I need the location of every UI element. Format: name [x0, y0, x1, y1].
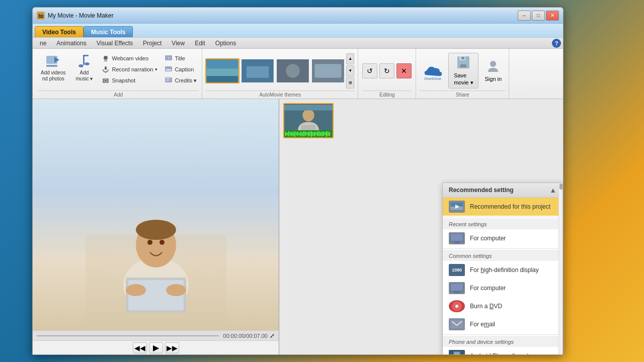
svg-point-35 [490, 61, 496, 67]
divider-2 [443, 248, 562, 249]
add-small-buttons: Webcam video Record narration ▾ [100, 51, 159, 88]
menu-options[interactable]: Options [210, 39, 241, 48]
delete-button[interactable]: ✕ [396, 63, 412, 78]
rotate-left-button[interactable]: ↺ [362, 63, 377, 78]
snapshot-button[interactable]: Snapshot [100, 75, 159, 86]
snapshot-label: Snapshot [112, 77, 135, 83]
current-time: 00:00:00/00:07.00 [223, 333, 268, 339]
svg-point-44 [126, 284, 146, 296]
dropdown-item-computer[interactable]: For computer [443, 279, 562, 297]
svg-rect-2 [46, 65, 57, 67]
svg-rect-9 [105, 66, 107, 70]
themes-navigation: ▲ ▼ ⊞ [346, 53, 354, 88]
onedrive-button[interactable]: OneDrive [419, 57, 446, 84]
fast-forward-button[interactable]: ▶▶ [165, 342, 179, 353]
tab-music-tools[interactable]: Music Tools [84, 26, 133, 37]
dropdown-item-hd[interactable]: 1080 For high-definition display [443, 261, 562, 279]
add-videos-icon [45, 53, 61, 69]
snapshot-icon [102, 76, 110, 84]
dropdown-scrollbar[interactable] [558, 183, 562, 354]
recent-computer-text: For computer [470, 235, 506, 242]
time-display: 00:00:00/00:07.00 ⤢ [223, 332, 275, 339]
common-settings-header: Common settings [443, 250, 562, 261]
menu-home[interactable]: ne [35, 39, 51, 48]
record-narration-button[interactable]: Record narration ▾ [100, 64, 159, 75]
svg-rect-58 [451, 284, 463, 291]
dropdown-item-recent-computer[interactable]: For computer [443, 229, 562, 247]
close-button[interactable]: ✕ [546, 11, 559, 21]
add-videos-button[interactable]: Add videosnd photos [38, 51, 68, 84]
email-icon [449, 318, 465, 330]
maximize-button[interactable]: □ [532, 11, 545, 21]
theme-thumb-1[interactable] [205, 58, 239, 83]
play-button[interactable]: ▶ [149, 342, 163, 353]
microphone-icon [102, 65, 110, 73]
menu-view[interactable]: View [167, 39, 190, 48]
help-button[interactable]: ? [552, 39, 561, 48]
webcam-video-button[interactable]: Webcam video [100, 53, 159, 64]
caption-button[interactable]: Caption [163, 64, 199, 75]
divider-1 [443, 217, 562, 217]
share-group-label: Share [419, 90, 506, 99]
audio-track [284, 130, 333, 137]
editing-group-label: Editing [362, 90, 412, 99]
recent-settings-header: Recent settings [443, 218, 562, 229]
caption-label: Caption [175, 66, 194, 72]
svg-rect-17 [166, 69, 171, 70]
storyboard-item-1[interactable] [283, 103, 334, 138]
add-videos-label: Add videosnd photos [41, 70, 65, 82]
sign-in-label: Sign in [485, 76, 502, 82]
menu-animations[interactable]: Animations [51, 39, 91, 48]
sign-in-button[interactable]: Sign in [480, 57, 506, 84]
svg-rect-25 [247, 66, 269, 77]
menu-project[interactable]: Project [138, 39, 167, 48]
svg-rect-34 [461, 57, 464, 59]
add-music-button[interactable]: Addmusic ▾ [71, 51, 97, 84]
theme-thumb-4[interactable] [311, 58, 345, 83]
ribbon-group-add: Add videosnd photos Addmusic ▾ [35, 49, 202, 99]
add-group-label: Add [38, 90, 199, 99]
svg-rect-33 [460, 64, 466, 67]
rotate-right-button[interactable]: ↻ [379, 63, 394, 78]
theme-thumb-2[interactable] [240, 58, 275, 83]
svg-point-40 [147, 240, 152, 245]
credits-button[interactable]: Credits ▾ [163, 75, 199, 86]
app-icon: 🎬 [37, 12, 45, 20]
dropdown-header: Recommended setting ▲ [443, 183, 562, 198]
text-buttons: T Title Caption [163, 51, 199, 88]
email-text: For email [470, 321, 495, 328]
menu-visual-effects[interactable]: Visual Effects [92, 39, 138, 48]
dropdown-item-android-large[interactable]: Android Phone (large) [443, 347, 562, 354]
dropdown-close-button[interactable]: ▲ [549, 186, 556, 194]
tab-video-tools[interactable]: Video Tools [35, 26, 84, 37]
dropdown-item-recommended-project[interactable]: Recommended for this project [443, 198, 562, 216]
recommended-project-icon [449, 201, 465, 213]
computer-text: For computer [470, 285, 506, 292]
dvd-icon [449, 300, 465, 312]
themes-more-button[interactable]: ⊞ [346, 77, 354, 88]
title-button[interactable]: T Title [163, 53, 199, 64]
divider-3 [443, 334, 562, 335]
themes-next-button[interactable]: ▼ [346, 65, 354, 76]
svg-point-45 [166, 284, 186, 296]
minimize-button[interactable]: – [518, 11, 531, 21]
dropdown-item-dvd[interactable]: Burn a DVD [443, 297, 562, 315]
progress-bar[interactable] [37, 335, 219, 336]
menu-edit[interactable]: Edit [190, 39, 210, 48]
themes-prev-button[interactable]: ▲ [346, 53, 354, 64]
hd-text: For high-definition display [470, 266, 539, 274]
phone-settings-header: Phone and device settings [443, 336, 562, 347]
webcam-icon [102, 54, 110, 62]
svg-rect-8 [104, 60, 107, 61]
save-movie-dropdown: Recommended setting ▲ Recommended for th… [442, 183, 563, 354]
svg-rect-59 [454, 292, 460, 293]
rewind-button[interactable]: ◀◀ [133, 342, 147, 353]
svg-point-7 [104, 56, 108, 60]
storyboard-thumb-1[interactable] [283, 103, 334, 138]
expand-icon[interactable]: ⤢ [270, 332, 275, 339]
dropdown-item-email[interactable]: For email [443, 315, 562, 333]
theme-thumb-3[interactable] [276, 58, 310, 83]
save-movie-button[interactable]: Save movie ▾ [448, 53, 478, 88]
computer-icon [449, 282, 465, 294]
svg-rect-62 [454, 352, 459, 354]
